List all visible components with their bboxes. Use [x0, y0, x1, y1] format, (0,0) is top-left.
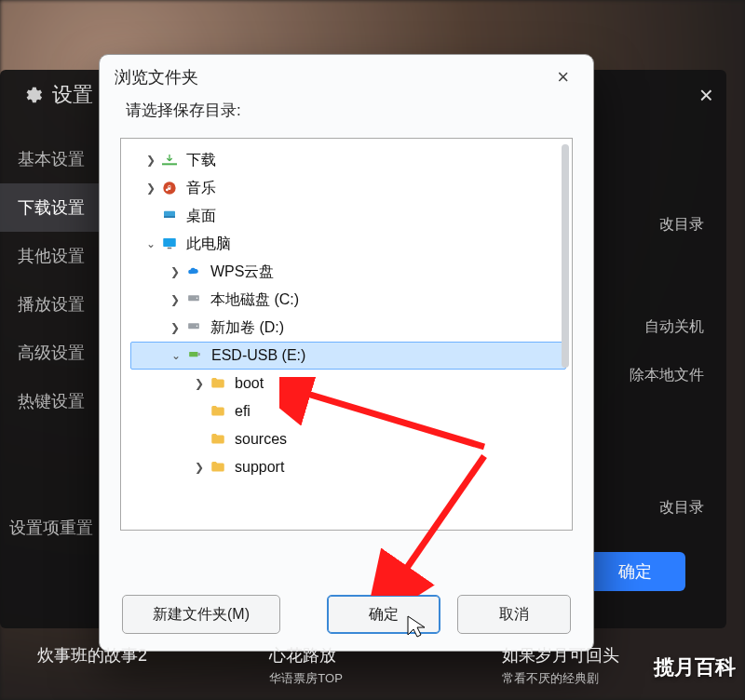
tree-scrollbar[interactable]	[562, 144, 569, 368]
tree-node-label: 新加卷 (D:)	[210, 314, 284, 342]
sidebar-item-basic[interactable]: 基本设置	[0, 135, 102, 183]
new-folder-button[interactable]: 新建文件夹(M)	[122, 595, 280, 634]
svg-rect-10	[189, 352, 197, 357]
svg-point-7	[196, 297, 198, 299]
tree-node-support[interactable]: ❯support	[130, 453, 566, 481]
tree-node--d-[interactable]: ❯新加卷 (D:)	[130, 314, 566, 342]
folder-icon	[209, 430, 227, 449]
movie-strip: 炊事班的故事2 心花路放 华语票房TOP 如果岁月可回头 常看不厌的经典剧	[0, 644, 745, 700]
tree-node-wps-[interactable]: ❯WPS云盘	[130, 258, 566, 286]
right-label-3: 改目录	[630, 483, 704, 532]
disk-icon	[184, 318, 203, 337]
tree-node-efi[interactable]: efi	[130, 397, 566, 425]
tree-node-label: 此电脑	[186, 230, 231, 258]
settings-right-labels: 改目录 自动关机 除本地文件 改目录	[630, 200, 704, 532]
cancel-button[interactable]: 取消	[457, 595, 571, 634]
cloud-icon	[184, 262, 203, 281]
tree-twisty-icon[interactable]: ❯	[168, 286, 183, 314]
tree-node--[interactable]: ⌄此电脑	[130, 230, 566, 258]
dialog-instruction: 请选择保存目录:	[100, 100, 593, 134]
right-label-1: 自动关机	[630, 303, 704, 351]
tree-node--[interactable]: ❯下载	[130, 146, 566, 174]
tree-twisty-icon[interactable]: ⌄	[169, 342, 183, 370]
tree-node--c-[interactable]: ❯本地磁盘 (C:)	[130, 286, 566, 314]
strip-item-0[interactable]: 炊事班的故事2	[37, 644, 243, 670]
dialog-title: 浏览文件夹	[115, 66, 198, 88]
strip-sub-1: 华语票房TOP	[269, 670, 475, 687]
sidebar-item-hotkey[interactable]: 热键设置	[0, 377, 102, 425]
tree-node-label: boot	[235, 370, 264, 397]
gear-icon	[22, 85, 43, 105]
folder-tree[interactable]: ❯下载❯音乐桌面⌄此电脑❯WPS云盘❯本地磁盘 (C:)❯新加卷 (D:)⌄ES…	[120, 138, 573, 531]
sidebar-item-reset[interactable]: 设置项重置	[0, 504, 102, 552]
right-label-0: 改目录	[630, 200, 704, 249]
sidebar-item-advanced[interactable]: 高级设置	[0, 329, 102, 377]
usb-icon	[185, 346, 204, 365]
tree-node-label: 下载	[186, 146, 216, 174]
tree-node-boot[interactable]: ❯boot	[130, 370, 566, 397]
strip-title-0: 炊事班的故事2	[37, 644, 243, 666]
tree-node-sources[interactable]: sources	[130, 425, 566, 453]
tree-node-label: efi	[235, 397, 251, 425]
dialog-titlebar: 浏览文件夹 ×	[100, 55, 593, 100]
tree-node-label: ESD-USB (E:)	[211, 342, 305, 370]
tree-twisty-icon[interactable]: ⌄	[143, 230, 158, 258]
tree-twisty-icon[interactable]: ❯	[192, 370, 207, 397]
sidebar-item-download[interactable]: 下载设置	[0, 183, 102, 232]
browse-folder-dialog: 浏览文件夹 × 请选择保存目录: ❯下载❯音乐桌面⌄此电脑❯WPS云盘❯本地磁盘…	[99, 54, 594, 652]
tree-twisty-icon[interactable]: ❯	[168, 314, 183, 342]
tree-node-label: support	[235, 453, 284, 481]
tree-node-label: 桌面	[186, 202, 216, 230]
sidebar-item-other[interactable]: 其他设置	[0, 232, 102, 280]
dialog-close-button[interactable]: ×	[548, 61, 578, 93]
tree-twisty-icon[interactable]: ❯	[143, 174, 158, 202]
desktop-icon	[160, 207, 179, 225]
svg-rect-0	[162, 163, 177, 165]
strip-title-1: 心花路放	[269, 644, 475, 666]
watermark-text: 揽月百科	[654, 653, 736, 681]
tree-node-label: 本地磁盘 (C:)	[210, 286, 299, 314]
tree-node--[interactable]: 桌面	[130, 202, 566, 230]
right-label-2: 除本地文件	[630, 351, 704, 399]
strip-item-1[interactable]: 心花路放 华语票房TOP	[269, 644, 475, 687]
sidebar-item-play[interactable]: 播放设置	[0, 280, 102, 329]
monitor-icon	[160, 235, 179, 253]
settings-title-text: 设置	[52, 81, 93, 109]
svg-point-9	[196, 325, 198, 327]
tree-node-label: WPS云盘	[210, 258, 274, 286]
settings-close-button[interactable]: ×	[699, 81, 713, 110]
dialog-footer: 新建文件夹(M) 确定 取消	[100, 595, 593, 634]
music-icon	[160, 179, 179, 197]
folder-icon	[209, 374, 227, 393]
svg-rect-11	[198, 353, 200, 356]
dl-icon	[160, 151, 179, 169]
tree-twisty-icon[interactable]: ❯	[192, 453, 207, 481]
settings-ok-button[interactable]: 确定	[585, 552, 685, 591]
disk-icon	[184, 290, 203, 309]
tree-node-label: sources	[235, 425, 287, 453]
svg-rect-3	[164, 216, 175, 218]
svg-rect-5	[168, 248, 172, 249]
tree-node-esd-usb-e-[interactable]: ⌄ESD-USB (E:)	[130, 342, 566, 370]
settings-title: 设置	[22, 81, 93, 109]
svg-rect-4	[163, 238, 176, 247]
settings-sidebar: 基本设置 下载设置 其他设置 播放设置 高级设置 热键设置 设置项重置	[0, 135, 102, 552]
tree-twisty-icon[interactable]: ❯	[168, 258, 183, 286]
tree-twisty-icon[interactable]: ❯	[143, 146, 158, 174]
folder-icon	[209, 458, 227, 477]
ok-button[interactable]: 确定	[327, 595, 440, 634]
tree-node--[interactable]: ❯音乐	[130, 174, 566, 202]
tree-node-label: 音乐	[186, 174, 216, 202]
folder-icon	[209, 402, 227, 421]
